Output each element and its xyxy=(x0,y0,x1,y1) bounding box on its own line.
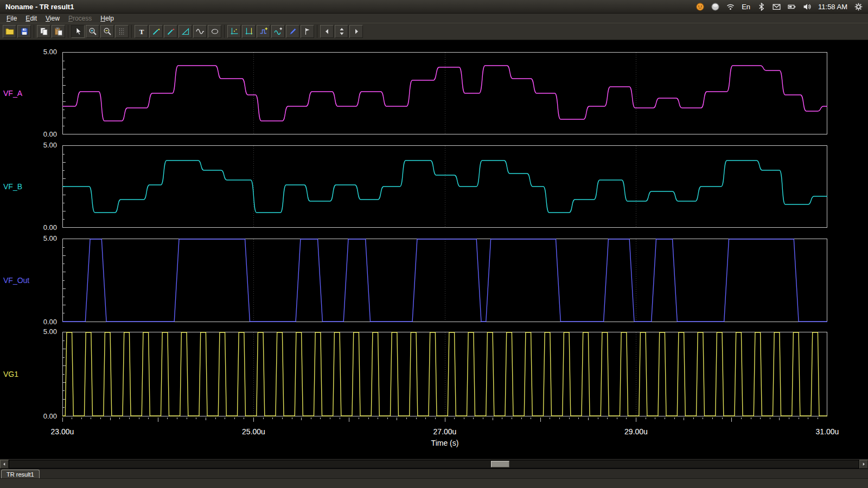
scrollbar-left-arrow[interactable] xyxy=(0,460,9,468)
clock-indicator[interactable]: 11:58 AM xyxy=(818,3,847,11)
panel-gutter: 5.00 VG1 0.00 xyxy=(0,332,62,416)
addwave1-icon xyxy=(259,27,268,36)
annotate-button[interactable] xyxy=(286,25,299,38)
zoom-out-button[interactable] xyxy=(100,25,114,38)
trace-label: VG1 xyxy=(3,370,18,378)
menu-file[interactable]: File xyxy=(2,15,21,22)
x-axis-title: Time (s) xyxy=(62,439,827,447)
wifi-icon[interactable] xyxy=(726,3,735,11)
x-tick-label: 29.00u xyxy=(624,427,648,436)
y-axis-min-label: 0.00 xyxy=(43,224,57,232)
grid-icon xyxy=(118,27,126,36)
trace-label: VF_Out xyxy=(3,276,29,285)
scrollbar-track[interactable] xyxy=(9,460,859,468)
x-tick-label: 31.00u xyxy=(816,427,839,436)
toolbar-group xyxy=(3,25,34,38)
circle-icon xyxy=(210,27,219,36)
probe1-icon xyxy=(152,27,161,36)
copy-icon xyxy=(40,27,48,36)
plot-area[interactable] xyxy=(62,332,827,416)
tab-tr-result1[interactable]: TR result1 xyxy=(1,470,40,478)
add-curve-button[interactable] xyxy=(257,25,270,38)
pointer-tool-button[interactable] xyxy=(71,25,85,38)
scrollbar-right-arrow[interactable] xyxy=(859,460,868,468)
waveform-canvas[interactable] xyxy=(62,145,827,228)
x-tick-label: 23.00u xyxy=(51,427,74,436)
waveform-viewport: 5.00 VF_A 0.00 5.00 VF_B 0.00 5.00 VF_Ou… xyxy=(0,40,868,459)
plot-area[interactable] xyxy=(62,239,827,322)
y-axis-max-label: 5.00 xyxy=(43,48,57,56)
ellipse-tool-button[interactable] xyxy=(208,25,221,38)
y-axis-min-label: 0.00 xyxy=(43,131,57,138)
curve-tool-button[interactable] xyxy=(193,25,207,38)
waveform-panel-vf_b: 5.00 VF_B 0.00 xyxy=(0,145,868,228)
menu-help[interactable]: Help xyxy=(96,15,118,22)
panel-gutter: 5.00 VF_B 0.00 xyxy=(0,145,62,228)
zoom-in-button[interactable] xyxy=(86,25,99,38)
ruler-icon xyxy=(181,27,190,36)
horizontal-scrollbar xyxy=(0,459,868,468)
waveform-canvas[interactable] xyxy=(62,239,827,322)
window-title: Noname - TR result1 xyxy=(5,3,74,11)
zoom-out-icon xyxy=(103,27,112,36)
menu-process[interactable]: Process xyxy=(64,15,96,22)
scroll-left-button[interactable] xyxy=(320,25,334,38)
bluetooth-icon[interactable] xyxy=(757,3,765,11)
menu-view[interactable]: View xyxy=(41,15,64,22)
snap-grid-button[interactable] xyxy=(115,25,129,38)
keyboard-layout-indicator[interactable]: En xyxy=(742,3,750,11)
open-button[interactable] xyxy=(3,25,16,38)
waveform-panel-vf_a: 5.00 VF_A 0.00 xyxy=(0,52,868,134)
flag-icon xyxy=(303,27,312,36)
tri-left-icon xyxy=(323,27,331,36)
triangle-right-icon xyxy=(861,461,866,467)
plot-area[interactable] xyxy=(62,52,827,134)
x-tick-label: 27.00u xyxy=(433,427,457,436)
y-axis-min-label: 0.00 xyxy=(43,318,57,326)
result-tabs: TR result1 xyxy=(0,468,868,478)
y-axis-max-label: 5.00 xyxy=(43,142,57,149)
panel-gutter: 5.00 VF_A 0.00 xyxy=(0,52,62,134)
axes-secondary-button[interactable] xyxy=(242,25,256,38)
tri-right-icon xyxy=(352,27,361,36)
add-axis-button[interactable] xyxy=(271,25,285,38)
trace-label: VF_A xyxy=(3,89,22,98)
plot-area[interactable] xyxy=(62,145,827,228)
scrollbar-thumb[interactable] xyxy=(491,461,509,467)
messaging-indicator-icon[interactable] xyxy=(696,3,704,11)
zoom-spin-button[interactable] xyxy=(335,25,348,38)
application-window: Noname - TR result1 En11:58 AM FileEditV… xyxy=(0,0,868,488)
paste-button[interactable] xyxy=(52,25,65,38)
waveform-canvas[interactable] xyxy=(62,52,827,134)
session-indicator-icon[interactable] xyxy=(711,3,719,11)
waveform-panel-vf_out: 5.00 VF_Out 0.00 xyxy=(0,239,868,322)
axes1-icon xyxy=(230,27,239,36)
scroll-right-button[interactable] xyxy=(349,25,363,38)
sine-icon xyxy=(196,27,205,36)
mail-icon[interactable] xyxy=(773,3,781,11)
toolbar-group xyxy=(320,25,366,38)
menu-edit[interactable]: Edit xyxy=(21,15,41,22)
copy-button[interactable] xyxy=(37,25,50,38)
titlebar: Noname - TR result1 En11:58 AM xyxy=(0,0,868,14)
toolbar-group xyxy=(227,25,317,38)
toolbar-group xyxy=(37,25,68,38)
status-bar xyxy=(0,478,868,488)
power-gear-icon[interactable] xyxy=(854,3,863,11)
measure-tool-button[interactable] xyxy=(178,25,192,38)
probe-current-button[interactable] xyxy=(164,25,177,38)
probe-voltage-button[interactable] xyxy=(149,25,163,38)
axes-button[interactable] xyxy=(227,25,241,38)
folder-icon xyxy=(5,27,14,36)
text-tool-button[interactable] xyxy=(135,25,148,38)
waveform-canvas[interactable] xyxy=(62,332,827,416)
battery-icon[interactable] xyxy=(788,3,796,11)
save-button[interactable] xyxy=(17,25,31,38)
triangle-left-icon xyxy=(2,461,7,467)
cursor-flag-button[interactable] xyxy=(301,25,314,38)
volume-icon[interactable] xyxy=(803,3,811,11)
toolbar-group xyxy=(71,25,132,38)
toolbar xyxy=(0,23,868,40)
axes2-icon xyxy=(245,27,253,36)
probe2-icon xyxy=(167,27,175,36)
